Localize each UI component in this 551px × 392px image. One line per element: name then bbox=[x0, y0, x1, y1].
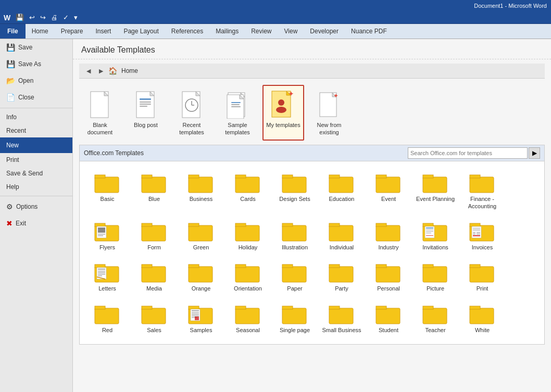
tab-insert[interactable]: Insert bbox=[89, 24, 117, 39]
folder-item-event-planning[interactable]: Event Planning bbox=[412, 167, 459, 216]
template-items-row: Blank document Blog post bbox=[73, 79, 551, 145]
sidebar-item-info[interactable]: Info bbox=[0, 110, 72, 124]
sidebar-item-open[interactable]: 📂 Open bbox=[0, 72, 72, 89]
sidebar-item-options[interactable]: ⚙ Options bbox=[0, 198, 72, 215]
tab-review[interactable]: Review bbox=[245, 24, 278, 39]
sidebar-item-print[interactable]: Print bbox=[0, 153, 72, 167]
folder-item-white[interactable]: White bbox=[459, 298, 506, 339]
svg-rect-34 bbox=[235, 177, 259, 193]
folder-item-party[interactable]: Party bbox=[318, 256, 365, 297]
sidebar-item-close[interactable]: 📄 Close bbox=[0, 89, 72, 106]
tab-home[interactable]: Home bbox=[26, 24, 55, 39]
svg-rect-128 bbox=[423, 306, 433, 309]
folder-item-individual[interactable]: Individual bbox=[318, 215, 365, 256]
svg-rect-94 bbox=[235, 267, 259, 282]
folder-item-personal[interactable]: Personal bbox=[365, 256, 412, 297]
folder-item-finance[interactable]: Finance - Accounting bbox=[459, 167, 506, 216]
folder-item-orientation[interactable]: Orientation bbox=[224, 256, 271, 297]
quick-print-icon[interactable]: 🖨 bbox=[49, 12, 59, 22]
sidebar-item-exit[interactable]: ✖ Exit bbox=[0, 215, 72, 232]
save-label: Save bbox=[18, 44, 32, 51]
folder-item-letters[interactable]: Letters bbox=[84, 256, 131, 297]
svg-rect-105 bbox=[470, 264, 480, 268]
folder-item-print[interactable]: Print bbox=[459, 256, 506, 297]
folder-item-student[interactable]: Student bbox=[365, 298, 412, 339]
search-input[interactable] bbox=[408, 147, 528, 159]
folder-item-seasonal[interactable]: Seasonal bbox=[224, 298, 271, 339]
folder-item-form[interactable]: Form bbox=[131, 215, 178, 256]
folder-item-holiday[interactable]: Holiday bbox=[224, 215, 271, 256]
template-my[interactable]: ✦ My templates bbox=[262, 85, 304, 141]
folder-item-media[interactable]: Media bbox=[131, 256, 178, 297]
folder-item-teacher[interactable]: Teacher bbox=[412, 298, 459, 339]
folder-icon bbox=[469, 172, 496, 194]
quick-redo-icon[interactable]: ↪ bbox=[39, 12, 47, 22]
svg-rect-103 bbox=[423, 264, 433, 268]
template-existing[interactable]: ✦ New from existing bbox=[308, 85, 350, 141]
folder-item-red[interactable]: Red bbox=[84, 298, 131, 339]
folder-item-education[interactable]: Education bbox=[318, 167, 365, 216]
folder-item-event[interactable]: Event bbox=[365, 167, 412, 216]
quick-check-icon[interactable]: ✓ bbox=[61, 12, 70, 22]
template-blog[interactable]: Blog post bbox=[125, 85, 167, 141]
folder-item-industry[interactable]: Industry bbox=[365, 215, 412, 256]
tab-mailings[interactable]: Mailings bbox=[209, 24, 245, 39]
tab-developer[interactable]: Developer bbox=[304, 24, 345, 39]
sidebar-item-save-as[interactable]: 💾 Save As bbox=[0, 56, 72, 72]
folder-item-blue[interactable]: Blue bbox=[131, 167, 178, 216]
my-icon-wrap: ✦ bbox=[270, 89, 297, 120]
file-tab[interactable]: File bbox=[0, 24, 26, 39]
folder-item-cards[interactable]: Cards bbox=[224, 167, 271, 216]
folder-item-orange[interactable]: Orange bbox=[178, 256, 224, 297]
svg-rect-106 bbox=[95, 308, 119, 324]
tab-page-layout[interactable]: Page Layout bbox=[117, 24, 165, 39]
folder-item-design-sets[interactable]: Design Sets bbox=[271, 167, 318, 216]
sidebar-item-save[interactable]: 💾 Save bbox=[0, 39, 72, 56]
sidebar-item-recent[interactable]: Recent bbox=[0, 124, 72, 137]
folder-item-green[interactable]: Green bbox=[178, 215, 224, 256]
quick-save-icon[interactable]: 💾 bbox=[14, 12, 26, 22]
folder-item-flyers[interactable]: Flyers bbox=[84, 215, 131, 256]
sidebar-item-help[interactable]: Help bbox=[0, 180, 72, 194]
folder-item-basic[interactable]: Basic bbox=[84, 167, 131, 216]
template-sample[interactable]: Sample templates bbox=[217, 85, 258, 141]
new-label: New bbox=[6, 142, 19, 149]
svg-rect-102 bbox=[423, 267, 447, 282]
svg-rect-57 bbox=[235, 223, 246, 226]
nav-forward-button[interactable]: ▶ bbox=[96, 66, 106, 76]
svg-rect-79 bbox=[477, 234, 480, 235]
folder-label-orientation: Orientation bbox=[234, 285, 262, 292]
tab-prepare[interactable]: Prepare bbox=[55, 24, 90, 39]
template-blank[interactable]: Blank document bbox=[79, 85, 121, 141]
tab-nuance[interactable]: Nuance PDF bbox=[345, 24, 393, 39]
folder-item-illustration[interactable]: Illustration bbox=[271, 215, 318, 256]
svg-rect-73 bbox=[470, 223, 480, 226]
folder-item-small-business[interactable]: Small Business bbox=[318, 298, 365, 339]
svg-rect-71 bbox=[426, 235, 433, 236]
sidebar-item-new[interactable]: New bbox=[0, 137, 72, 153]
nav-home-icon[interactable]: 🏠 bbox=[108, 67, 117, 75]
nav-back-button[interactable]: ◀ bbox=[83, 66, 94, 76]
tab-references[interactable]: References bbox=[165, 24, 209, 39]
folder-item-invitations[interactable]: Invitations bbox=[412, 215, 459, 256]
svg-rect-31 bbox=[142, 175, 152, 178]
search-button[interactable]: ▶ bbox=[529, 147, 540, 159]
folder-icon bbox=[375, 261, 402, 283]
page-title: Available Templates bbox=[73, 39, 551, 59]
folder-item-picture[interactable]: Picture bbox=[412, 256, 459, 297]
folder-label-finance: Finance - Accounting bbox=[462, 195, 503, 210]
folder-item-business[interactable]: Business bbox=[178, 167, 224, 216]
folder-item-single-page[interactable]: Single page bbox=[271, 298, 318, 339]
quick-more-icon[interactable]: ▾ bbox=[72, 12, 79, 22]
folder-item-sales[interactable]: Sales bbox=[131, 298, 178, 339]
svg-rect-43 bbox=[423, 175, 433, 178]
folder-item-paper[interactable]: Paper bbox=[271, 256, 318, 297]
sidebar-item-save-send[interactable]: Save & Send bbox=[0, 167, 72, 180]
folder-item-samples[interactable]: Samples bbox=[178, 298, 224, 339]
svg-rect-126 bbox=[376, 306, 386, 309]
tab-view[interactable]: View bbox=[278, 24, 304, 39]
quick-undo-icon[interactable]: ↩ bbox=[28, 12, 36, 22]
template-recent[interactable]: Recent templates bbox=[171, 85, 212, 141]
folder-item-invoices[interactable]: Invoices bbox=[459, 215, 506, 256]
folder-label-industry: Industry bbox=[378, 244, 398, 251]
